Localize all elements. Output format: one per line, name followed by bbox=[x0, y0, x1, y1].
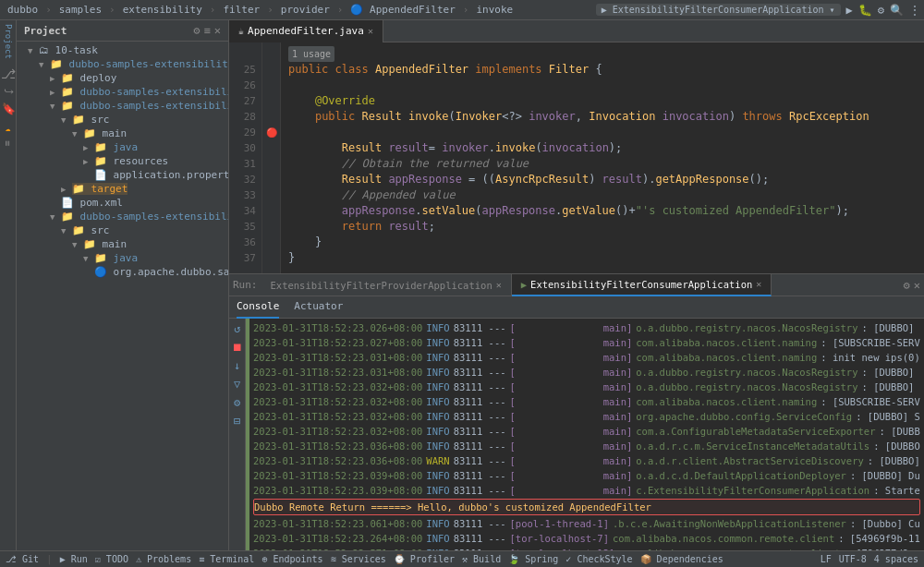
nav-extensibility[interactable]: extensibility bbox=[119, 4, 206, 16]
tree-item-extensibility[interactable]: ▼ 📁 dubbo-samples-extensibility bbox=[17, 57, 228, 71]
code-editor: 25 26 27 28 29 30 31 32 33 34 35 36 37 bbox=[229, 42, 924, 273]
run-tab-provider[interactable]: ExtensibilityFilterProviderApplication ✕ bbox=[261, 274, 512, 296]
status-dependencies[interactable]: 📦 Dependencies bbox=[640, 554, 723, 564]
tab-label: AppendedFilter.java bbox=[248, 25, 364, 37]
console-tabs: Console Actuator bbox=[229, 296, 924, 319]
run-tab-consumer-close[interactable]: ✕ bbox=[756, 279, 761, 289]
more-icon[interactable]: ⋮ bbox=[909, 4, 920, 17]
nav-samples[interactable]: samples bbox=[55, 4, 105, 16]
project-close-icon[interactable]: ✕ bbox=[214, 24, 221, 37]
status-terminal[interactable]: ≡ Terminal bbox=[199, 554, 254, 564]
tree-item-filter-api[interactable]: ▶ 📁 dubbo-samples-extensibility-filter-a… bbox=[17, 85, 228, 99]
nav-appended-filter[interactable]: 🔵 AppendedFilter bbox=[346, 4, 458, 16]
debug-icon[interactable]: 🐛 bbox=[858, 4, 872, 17]
rerun-icon[interactable]: ↺ bbox=[234, 322, 240, 335]
nav-invoke[interactable]: invoke bbox=[472, 4, 517, 16]
status-endpoints[interactable]: ⊕ Endpoints bbox=[261, 554, 322, 564]
tab-close-icon[interactable]: ✕ bbox=[368, 26, 373, 36]
aws-icon[interactable]: ☁ bbox=[3, 123, 13, 133]
settings-icon[interactable]: ⚙ bbox=[878, 4, 884, 17]
tree-item-app-props[interactable]: 📄 application.properties bbox=[17, 168, 228, 182]
run-icon[interactable]: ▶ bbox=[846, 4, 853, 17]
project-panel: Project ⚙ ≡ ✕ ▼ 🗂 10-task ▼ 📁 dubbo-samp… bbox=[17, 20, 229, 550]
console-output[interactable]: 2023-01-31T18:52:23.026+08:00 INFO 83111… bbox=[249, 319, 924, 550]
status-lf[interactable]: LF bbox=[821, 554, 832, 564]
tree-item-main2[interactable]: ▼ 📁 main bbox=[17, 237, 228, 251]
status-bar: ⎇ Git | ▶ Run ☑ TODO ⚠ Problems ≡ Termin… bbox=[0, 550, 924, 567]
status-encoding[interactable]: UTF-8 bbox=[839, 554, 867, 564]
code-line-35: appResponse.setValue(appResponse.getValu… bbox=[288, 203, 917, 219]
status-checkstyle[interactable]: ✓ CheckStyle bbox=[565, 554, 632, 564]
tree-item-filter-class[interactable]: 🔵 org.apache.dubbo.samples.extensibility… bbox=[17, 265, 228, 279]
nav-filter[interactable]: filter bbox=[219, 4, 263, 16]
commit-icon[interactable]: ⎇ bbox=[1, 66, 16, 81]
tree-arrow: ▼ bbox=[72, 240, 81, 249]
tab-console[interactable]: Console bbox=[237, 296, 279, 319]
tree-item-deploy[interactable]: ▶ 📁 deploy bbox=[17, 71, 228, 85]
status-profiler[interactable]: ⌚ Profiler bbox=[394, 554, 455, 564]
tree-arrow: ▼ bbox=[28, 46, 37, 55]
tree-item-filter-provider[interactable]: ▼ 📁 dubbo-samples-extensibility-filter-p… bbox=[17, 210, 228, 223]
status-run[interactable]: ▶ Run bbox=[60, 554, 88, 564]
status-services[interactable]: ≋ Services bbox=[331, 554, 386, 564]
tree-item-main[interactable]: ▼ 📁 main bbox=[17, 127, 228, 140]
tab-actuator[interactable]: Actuator bbox=[294, 296, 343, 319]
code-line-26: public class AppendedFilter implements F… bbox=[288, 62, 917, 78]
fold-icon[interactable]: ⊟ bbox=[234, 415, 240, 428]
highlighted-log-line: Dubbo Remote Return ======> Hello, dubbo… bbox=[253, 499, 920, 515]
right-area: ☕ AppendedFilter.java ✕ 25 26 27 28 29 3… bbox=[229, 20, 924, 550]
log-line: 2023-01-31T18:52:23.027+08:00 INFO 83111… bbox=[253, 335, 920, 350]
java-file-icon: ☕ bbox=[238, 26, 244, 36]
line-numbers: 25 26 27 28 29 30 31 32 33 34 35 36 37 bbox=[229, 42, 262, 273]
tree-item-java2[interactable]: ▼ 📁 java bbox=[17, 251, 228, 265]
tree-item-src[interactable]: ▼ 📁 src bbox=[17, 113, 228, 127]
status-git[interactable]: ⎇ Git bbox=[6, 554, 39, 564]
dubbo-return-message: Dubbo Remote Return ======> Hello, dubbo… bbox=[254, 500, 651, 514]
status-spring[interactable]: 🍃 Spring bbox=[508, 554, 558, 564]
run-tab-consumer[interactable]: ▶ ExtensibilityFilterConsumerApplication… bbox=[512, 274, 772, 296]
console-body: ↺ ⏹ ↓ ▽ ⚙ ⊟ 2023-01-31T18:52:23.026+08:0… bbox=[229, 319, 924, 550]
filter-icon[interactable]: ▽ bbox=[234, 378, 240, 391]
tree-arrow: ▶ bbox=[83, 157, 92, 166]
tree-item-java[interactable]: ▶ 📁 java bbox=[17, 140, 228, 154]
project-settings-icon[interactable]: ⚙ bbox=[193, 24, 200, 37]
log-line: 2023-01-31T18:52:23.031+08:00 INFO 83111… bbox=[253, 365, 920, 380]
code-lines: 25 26 27 28 29 30 31 32 33 34 35 36 37 bbox=[229, 42, 924, 273]
structure-icon[interactable]: ≡ bbox=[3, 140, 13, 146]
tree-arrow: ▼ bbox=[50, 212, 59, 222]
tree-item-src2[interactable]: ▼ 📁 src bbox=[17, 223, 228, 237]
pull-requests-icon[interactable]: ⤴ bbox=[2, 89, 15, 94]
run-close-icon[interactable]: ✕ bbox=[914, 279, 920, 292]
stop-icon[interactable]: ⏹ bbox=[232, 341, 243, 354]
code-line-30 bbox=[288, 125, 917, 140]
log-line: 2023-01-31T18:52:23.036+08:00 WARN 83111… bbox=[253, 453, 920, 468]
project-icon[interactable]: Project bbox=[4, 24, 13, 59]
run-settings-icon[interactable]: ⚙ bbox=[904, 279, 910, 292]
tree-arrow: ▼ bbox=[61, 226, 70, 235]
log-line: 2023-01-31T18:52:23.032+08:00 INFO 83111… bbox=[253, 380, 920, 394]
status-indent[interactable]: 4 spaces bbox=[874, 554, 918, 564]
tree-item-resources[interactable]: ▶ 📁 resources bbox=[17, 154, 228, 168]
tab-appended-filter[interactable]: ☕ AppendedFilter.java ✕ bbox=[229, 20, 383, 42]
project-panel-title: Project bbox=[24, 25, 67, 37]
tree-item-pom[interactable]: 📄 pom.xml bbox=[17, 196, 228, 210]
code-content[interactable]: 1 usage public class AppendedFilter impl… bbox=[281, 42, 924, 273]
tree-item-10task[interactable]: ▼ 🗂 10-task bbox=[17, 43, 228, 57]
settings-icon[interactable]: ⚙ bbox=[234, 396, 240, 409]
status-todo[interactable]: ☑ TODO bbox=[95, 554, 128, 564]
tree-item-target[interactable]: ▶ 📁 target bbox=[17, 182, 228, 196]
status-problems[interactable]: ⚠ Problems bbox=[136, 554, 191, 564]
run-tabs: Run: ExtensibilityFilterProviderApplicat… bbox=[229, 274, 924, 296]
bookmarks-icon[interactable]: 🔖 bbox=[2, 102, 15, 115]
run-tab-provider-label: ExtensibilityFilterProviderApplication bbox=[271, 280, 492, 291]
run-config-dropdown[interactable]: ▶ ExtensibilityFilterConsumerApplication… bbox=[596, 4, 841, 16]
log-line: 2023-01-31T18:52:23.039+08:00 INFO 83111… bbox=[253, 483, 920, 498]
run-tab-provider-close[interactable]: ✕ bbox=[496, 280, 502, 290]
status-build[interactable]: ⚒ Build bbox=[462, 554, 501, 564]
nav-dubbo[interactable]: dubbo bbox=[4, 4, 42, 16]
search-icon[interactable]: 🔍 bbox=[890, 4, 904, 17]
tree-item-filter-consumer[interactable]: ▼ 📁 dubbo-samples-extensibility-filter-c… bbox=[17, 99, 228, 113]
scroll-end-icon[interactable]: ↓ bbox=[234, 359, 240, 372]
project-layout-icon[interactable]: ≡ bbox=[204, 24, 211, 37]
nav-provider[interactable]: provider bbox=[277, 4, 334, 16]
